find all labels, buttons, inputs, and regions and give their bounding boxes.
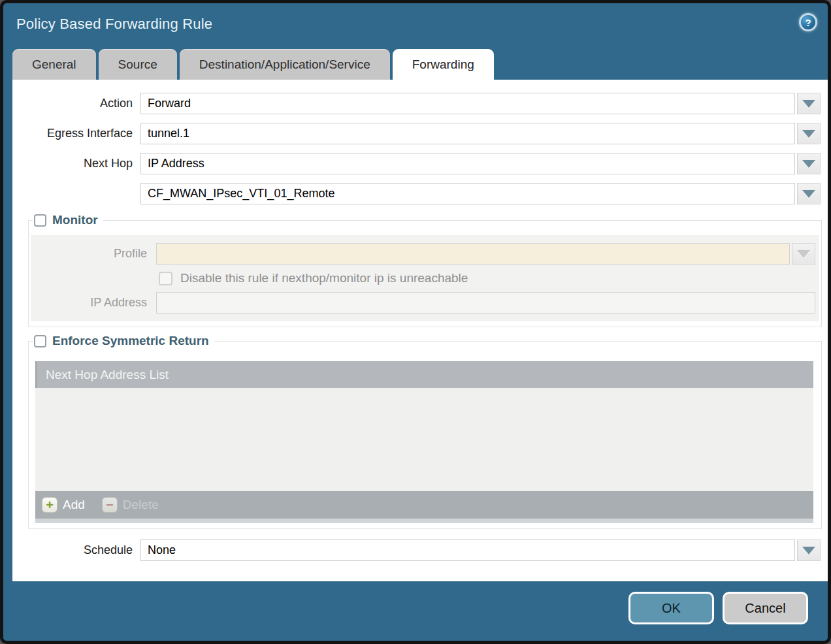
monitor-ip-address-label: IP Address [31, 296, 156, 310]
monitor-legend: Monitor [33, 213, 103, 227]
monitor-ip-address-input [156, 292, 815, 314]
tab-bar: General Source Destination/Application/S… [12, 49, 497, 80]
egress-interface-label: Egress Interface [12, 127, 140, 140]
enforce-symmetric-return-group: Enforce Symmetric Return Next Hop Addres… [28, 334, 822, 529]
action-combobox[interactable]: Forward [140, 93, 795, 114]
next-hop-address-list-header-label: Next Hop Address List [46, 368, 169, 382]
next-hop-address-row: CF_MWAN_IPsec_VTI_01_Remote [12, 183, 828, 204]
cancel-button-label: Cancel [745, 601, 785, 616]
delete-button-label: Delete [123, 498, 159, 512]
enforce-symmetric-return-legend: Enforce Symmetric Return [33, 334, 214, 348]
tab-destination-label: Destination/Application/Service [199, 57, 370, 72]
minus-icon: − [102, 497, 118, 513]
schedule-combobox[interactable]: None [140, 539, 795, 561]
ok-button[interactable]: OK [628, 592, 714, 624]
chevron-down-icon [802, 547, 815, 555]
next-hop-address-dropdown-button[interactable] [797, 183, 821, 204]
disable-rule-checkbox [159, 272, 172, 285]
next-hop-address-list-body [35, 388, 813, 491]
delete-button: − Delete [102, 497, 159, 513]
enforce-symmetric-return-title: Enforce Symmetric Return [52, 334, 209, 348]
egress-interface-combobox[interactable]: tunnel.1 [140, 123, 795, 144]
profile-label: Profile [31, 247, 156, 261]
help-icon[interactable]: ? [799, 13, 817, 31]
schedule-label: Schedule [12, 543, 140, 557]
disable-rule-label: Disable this rule if nexthop/monitor ip … [180, 271, 468, 285]
forwarding-tab-panel: Action Forward Egress Interface tunnel.1… [12, 80, 828, 581]
egress-interface-dropdown-button[interactable] [797, 123, 821, 144]
monitor-panel: Profile Disable this rule if nexthop/mon… [31, 235, 819, 321]
next-hop-address-combobox[interactable]: CF_MWAN_IPsec_VTI_01_Remote [140, 183, 795, 204]
tab-general[interactable]: General [12, 49, 96, 80]
disable-rule-row: Disable this rule if nexthop/monitor ip … [159, 271, 817, 285]
add-button[interactable]: + Add [42, 497, 85, 513]
chevron-down-icon [802, 160, 815, 168]
next-hop-row: Next Hop IP Address [12, 153, 828, 174]
tab-general-label: General [32, 57, 76, 72]
monitor-group: Monitor Profile Disable this rule if nex… [28, 213, 822, 327]
table-bottom-strip [35, 519, 813, 523]
plus-icon: + [42, 497, 57, 513]
monitor-ip-address-row: IP Address [31, 292, 817, 314]
tab-source[interactable]: Source [99, 49, 177, 80]
schedule-row: Schedule None [12, 539, 828, 561]
next-hop-label: Next Hop [12, 157, 140, 170]
profile-dropdown-button [792, 243, 815, 265]
schedule-dropdown-button[interactable] [797, 539, 821, 561]
chevron-down-icon [802, 100, 815, 108]
action-dropdown-button[interactable] [797, 93, 821, 114]
tab-source-label: Source [118, 57, 157, 72]
next-hop-address-list-header: Next Hop Address List [35, 361, 813, 388]
tab-forwarding[interactable]: Forwarding [393, 49, 494, 80]
pbf-rule-dialog: Policy Based Forwarding Rule ? General S… [0, 0, 831, 644]
next-hop-type-dropdown-button[interactable] [797, 153, 821, 174]
tab-forwarding-label: Forwarding [412, 57, 474, 72]
monitor-checkbox[interactable] [34, 214, 46, 227]
action-row: Action Forward [12, 93, 828, 114]
monitor-group-title: Monitor [52, 213, 98, 227]
chevron-down-icon [797, 250, 810, 258]
next-hop-address-list-table: Next Hop Address List + Add − Delete [35, 361, 813, 523]
profile-row: Profile [31, 243, 817, 265]
chevron-down-icon [802, 130, 815, 138]
tab-destination-application-service[interactable]: Destination/Application/Service [180, 49, 390, 80]
chevron-down-icon [802, 190, 815, 198]
cancel-button[interactable]: Cancel [723, 592, 808, 624]
profile-combobox [156, 243, 790, 265]
ok-button-label: OK [662, 601, 681, 616]
add-button-label: Add [63, 498, 85, 512]
table-toolbar: + Add − Delete [35, 491, 813, 519]
egress-interface-row: Egress Interface tunnel.1 [12, 123, 828, 144]
title-bar: Policy Based Forwarding Rule ? [3, 3, 828, 46]
help-glyph: ? [805, 17, 811, 28]
next-hop-type-combobox[interactable]: IP Address [140, 153, 795, 174]
action-label: Action [12, 97, 140, 110]
enforce-symmetric-return-checkbox[interactable] [34, 335, 46, 347]
dialog-title: Policy Based Forwarding Rule [16, 16, 212, 33]
